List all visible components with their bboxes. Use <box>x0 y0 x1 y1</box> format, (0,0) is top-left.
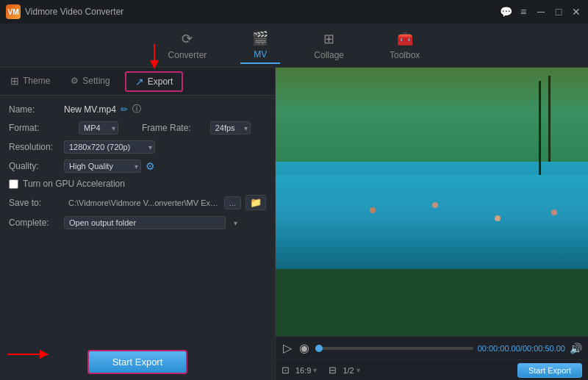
name-row: Name: New MV.mp4 ✏ ⓘ <box>9 103 266 115</box>
resolution-select-wrapper: 1280x720 (720p) 1920x1080 (1080p) 640x48… <box>64 140 155 154</box>
ratio-select[interactable]: 16:9 ▾ <box>295 366 317 375</box>
video-controls: ▷ ◉ 00:00:00.00/00:00:50.00 🔊 <box>276 336 588 359</box>
saveto-row: Save to: C:\Vidmore\Vidmore V...onverter… <box>9 195 266 210</box>
quality-select[interactable]: High Quality Medium Quality Low Quality <box>64 159 141 173</box>
format-select[interactable]: MP4 MOV AVI <box>79 121 118 135</box>
app-icon: VM <box>6 4 21 19</box>
framerate-select-wrapper: 24fps 30fps 60fps <box>210 121 251 135</box>
saveto-label: Save to: <box>9 198 64 208</box>
zoom-value: 1/2 <box>343 366 354 375</box>
quality-row: Quality: High Quality Medium Quality Low… <box>9 159 266 173</box>
main-content: ⊞ Theme ⚙ Setting ↗ Export Name: New MV.… <box>0 68 588 380</box>
edit-icon[interactable]: ✏ <box>121 104 128 115</box>
converter-icon: ⟳ <box>182 31 193 47</box>
tab-toolbox[interactable]: 🧰 Toolbox <box>378 28 431 63</box>
tab-mv[interactable]: 🎬 MV <box>240 27 280 64</box>
preview-export-button[interactable]: Start Export <box>517 363 582 378</box>
gpu-checkbox[interactable] <box>9 179 18 189</box>
format-label: Format: <box>9 123 64 133</box>
complete-select[interactable]: Open output folder Do nothing <box>64 216 226 229</box>
message-icon[interactable]: 💬 <box>500 6 512 18</box>
tab-converter-label: Converter <box>168 50 207 60</box>
framerate-select[interactable]: 24fps 30fps 60fps <box>210 121 251 135</box>
theme-icon: ⊞ <box>10 75 19 87</box>
export-icon: ↗ <box>135 76 144 87</box>
complete-row: Complete: Open output folder Do nothing <box>9 216 266 229</box>
play-button[interactable]: ▷ <box>282 341 293 355</box>
title-bar-controls: 💬 ≡ ─ □ ✕ <box>500 6 582 18</box>
gpu-row: Turn on GPU Acceleration <box>9 179 266 189</box>
collage-icon: ⊞ <box>323 31 334 47</box>
subtab-theme[interactable]: ⊞ Theme <box>0 68 60 95</box>
start-export-wrapper: Start Export <box>0 341 275 380</box>
tab-collage-label: Collage <box>314 50 344 60</box>
zoom-select[interactable]: 1/2 ▾ <box>343 366 359 375</box>
complete-select-wrapper: Open output folder Do nothing <box>64 216 240 229</box>
menu-icon[interactable]: ≡ <box>517 6 529 18</box>
folder-button[interactable]: 📁 <box>245 195 266 210</box>
export-settings: Name: New MV.mp4 ✏ ⓘ Format: MP4 MOV AVI <box>0 96 275 341</box>
maximize-button[interactable]: □ <box>553 6 564 18</box>
title-bar: VM Vidmore Video Converter 💬 ≡ ─ □ ✕ <box>0 0 588 24</box>
quality-gear-icon[interactable]: ⚙ <box>146 160 155 172</box>
format-select-wrapper: MP4 MOV AVI <box>79 121 118 135</box>
time-display: 00:00:00.00/00:00:50.00 <box>478 344 565 353</box>
sub-tabs: ⊞ Theme ⚙ Setting ↗ Export <box>0 68 275 96</box>
zoom-icon: ⊟ <box>329 365 337 376</box>
title-bar-left: VM Vidmore Video Converter <box>6 4 123 19</box>
ratio-icon: ⊡ <box>282 365 290 376</box>
minimize-button[interactable]: ─ <box>535 6 547 18</box>
nav-tabs: ⟳ Converter 🎬 MV ⊞ Collage 🧰 Toolbox <box>0 24 588 68</box>
subtab-setting-label: Setting <box>82 76 110 86</box>
time-total: 00:00:50.00 <box>523 344 565 353</box>
format-row: Format: MP4 MOV AVI Frame Rate: 24fps 30… <box>9 121 266 135</box>
right-panel: ▷ ◉ 00:00:00.00/00:00:50.00 🔊 ⊡ 16:9 ▾ ⊟… <box>276 68 588 380</box>
setting-icon: ⚙ <box>71 76 79 86</box>
video-preview <box>276 68 588 336</box>
tab-collage[interactable]: ⊞ Collage <box>302 28 356 63</box>
ratio-arrow-icon: ▾ <box>313 366 317 374</box>
tab-mv-label: MV <box>254 49 267 60</box>
toolbox-icon: 🧰 <box>397 31 413 47</box>
controls-row2: ⊡ 16:9 ▾ ⊟ 1/2 ▾ Start Export <box>276 359 588 380</box>
subtab-theme-label: Theme <box>23 76 50 86</box>
name-value: New MV.mp4 <box>64 104 116 115</box>
app-title: Vidmore Video Converter <box>25 7 123 17</box>
name-value-row: New MV.mp4 ✏ ⓘ <box>64 103 141 115</box>
subtab-export-label: Export <box>148 76 173 87</box>
info-icon[interactable]: ⓘ <box>132 103 141 115</box>
mv-icon: 🎬 <box>252 30 268 46</box>
resolution-row: Resolution: 1280x720 (720p) 1920x1080 (1… <box>9 140 266 154</box>
zoom-arrow-icon: ▾ <box>356 366 360 374</box>
quality-select-wrapper: High Quality Medium Quality Low Quality <box>64 159 141 173</box>
stop-button[interactable]: ◉ <box>298 341 311 355</box>
complete-label: Complete: <box>9 218 64 228</box>
subtab-export[interactable]: ↗ Export <box>125 71 184 92</box>
more-button[interactable]: ... <box>224 196 241 209</box>
resolution-label: Resolution: <box>9 142 64 152</box>
resolution-select[interactable]: 1280x720 (720p) 1920x1080 (1080p) 640x48… <box>64 140 155 154</box>
name-label: Name: <box>9 104 64 115</box>
subtab-setting[interactable]: ⚙ Setting <box>60 68 120 95</box>
tab-toolbox-label: Toolbox <box>390 50 420 60</box>
tab-converter[interactable]: ⟳ Converter <box>157 28 219 63</box>
gpu-label: Turn on GPU Acceleration <box>23 179 125 189</box>
progress-bar[interactable] <box>315 347 473 350</box>
time-current: 00:00:00.00 <box>478 344 520 353</box>
callout-arrow-top <box>143 44 165 72</box>
quality-label: Quality: <box>9 161 64 171</box>
saveto-path: C:\Vidmore\Vidmore V...onverter\MV Expor… <box>68 198 220 207</box>
ratio-value: 16:9 <box>295 366 311 375</box>
close-button[interactable]: ✕ <box>570 6 582 18</box>
callout-arrow-left <box>7 347 51 362</box>
framerate-label: Frame Rate: <box>142 123 191 133</box>
start-export-button[interactable]: Start Export <box>87 350 188 374</box>
left-panel: ⊞ Theme ⚙ Setting ↗ Export Name: New MV.… <box>0 68 276 380</box>
progress-dot <box>315 345 323 352</box>
volume-icon[interactable]: 🔊 <box>570 343 582 354</box>
